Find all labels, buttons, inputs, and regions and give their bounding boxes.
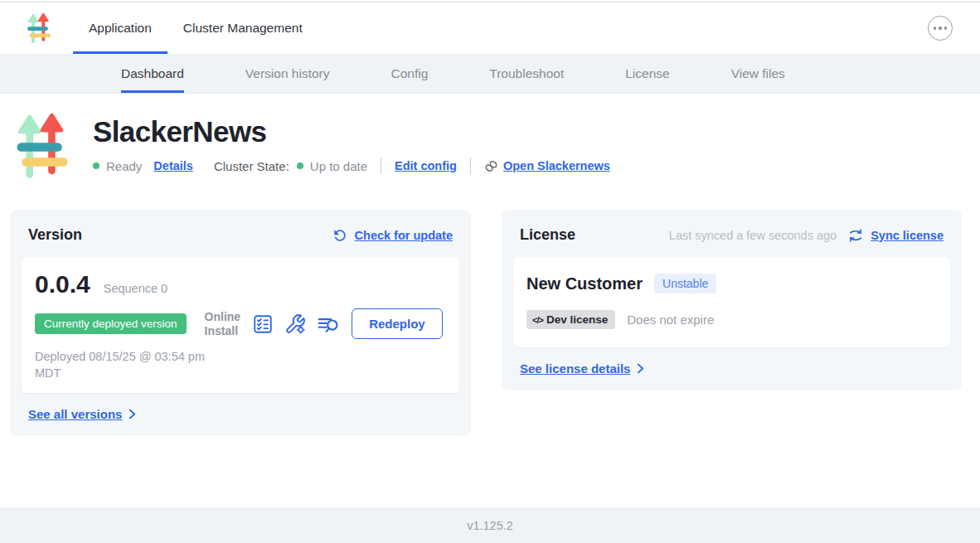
tab-application[interactable]: Application bbox=[73, 2, 167, 54]
wrench-gear-icon bbox=[284, 313, 306, 335]
last-synced-text: Last synced a few seconds ago bbox=[669, 229, 837, 242]
checklist-icon bbox=[252, 313, 274, 335]
chain-link-icon bbox=[484, 159, 498, 173]
redeploy-button[interactable]: Redeploy bbox=[352, 308, 443, 339]
open-app-link[interactable]: Open Slackernews bbox=[503, 159, 610, 172]
top-header-bar: Application Cluster Management bbox=[0, 2, 980, 54]
more-menu-button[interactable] bbox=[928, 16, 953, 41]
edit-config-link[interactable]: Edit config bbox=[395, 159, 457, 172]
logs-magnifier-icon bbox=[317, 313, 340, 335]
version-card: Version Check for update 0.0.4 Sequence … bbox=[10, 210, 471, 436]
subnav-item-license[interactable]: License bbox=[625, 54, 669, 93]
slackernews-logo-large bbox=[17, 114, 68, 180]
subnav-item-config[interactable]: Config bbox=[391, 54, 429, 93]
version-card-title: Version bbox=[28, 226, 82, 244]
deployed-badge: Currently deployed version bbox=[35, 313, 187, 334]
version-number: 0.0.4 bbox=[35, 270, 90, 298]
install-type-label: Online Install bbox=[205, 310, 241, 337]
current-version-panel: 0.0.4 Sequence 0 Currently deployed vers… bbox=[22, 257, 459, 393]
preflight-checks-button[interactable] bbox=[252, 313, 274, 335]
channel-badge: Unstable bbox=[654, 274, 716, 293]
tab-cluster-management[interactable]: Cluster Management bbox=[167, 2, 318, 54]
dashboard-main: SlackerNews Ready Details Cluster State:… bbox=[0, 94, 980, 507]
chevron-right-icon bbox=[637, 363, 644, 374]
sync-license-link[interactable]: Sync license bbox=[871, 229, 944, 242]
sequence-label: Sequence 0 bbox=[104, 282, 167, 295]
cluster-state-label: Cluster State: bbox=[214, 159, 289, 173]
details-link[interactable]: Details bbox=[153, 159, 193, 172]
license-card-title: License bbox=[520, 226, 575, 244]
app-status-text: Ready bbox=[106, 159, 142, 173]
see-license-details-link[interactable]: See license details bbox=[520, 361, 630, 376]
divider bbox=[381, 158, 381, 174]
check-for-update-link[interactable]: Check for update bbox=[355, 229, 453, 242]
refresh-icon bbox=[332, 227, 348, 244]
license-detail-panel: New Customer Unstable </> Dev license Do… bbox=[513, 257, 950, 347]
license-card: License Last synced a few seconds ago Sy… bbox=[502, 210, 962, 390]
app-footer: v1.125.2 bbox=[0, 507, 980, 543]
app-subnav: Dashboard Version history Config Trouble… bbox=[0, 54, 980, 94]
edit-config-button[interactable] bbox=[284, 313, 306, 335]
app-logo-small[interactable] bbox=[27, 13, 51, 44]
cluster-state-value: Up to date bbox=[310, 159, 367, 173]
chevron-right-icon bbox=[129, 409, 136, 419]
subnav-item-view-files[interactable]: View files bbox=[731, 54, 785, 93]
expiration-text: Does not expire bbox=[627, 313, 714, 327]
customer-name: New Customer bbox=[526, 274, 643, 293]
license-type-badge: </> Dev license bbox=[526, 310, 615, 329]
page-title: SlackerNews bbox=[93, 115, 610, 148]
cluster-state-dot bbox=[297, 162, 303, 169]
slackernews-logo-icon bbox=[27, 13, 51, 44]
sync-icon bbox=[847, 227, 864, 244]
tab-cluster-management-label: Cluster Management bbox=[183, 21, 303, 36]
app-status-dot bbox=[93, 162, 99, 169]
subnav-item-version-history[interactable]: Version history bbox=[245, 54, 330, 93]
app-status-row: Ready Details Cluster State: Up to date … bbox=[93, 158, 610, 174]
ellipsis-icon bbox=[934, 27, 936, 30]
view-logs-button[interactable] bbox=[317, 313, 340, 335]
see-all-versions-link[interactable]: See all versions bbox=[28, 407, 122, 421]
topbar-spacer bbox=[318, 2, 928, 54]
divider bbox=[470, 158, 471, 174]
code-icon: </> bbox=[532, 315, 543, 325]
app-header-block: SlackerNews Ready Details Cluster State:… bbox=[17, 114, 980, 180]
subnav-item-troubleshoot[interactable]: Troubleshoot bbox=[489, 54, 564, 93]
tab-application-label: Application bbox=[89, 21, 152, 36]
deployed-timestamp: Deployed 08/15/25 @ 03:54 pm MDT bbox=[35, 349, 221, 381]
admin-console-version: v1.125.2 bbox=[467, 519, 513, 532]
subnav-item-dashboard[interactable]: Dashboard bbox=[121, 54, 184, 93]
